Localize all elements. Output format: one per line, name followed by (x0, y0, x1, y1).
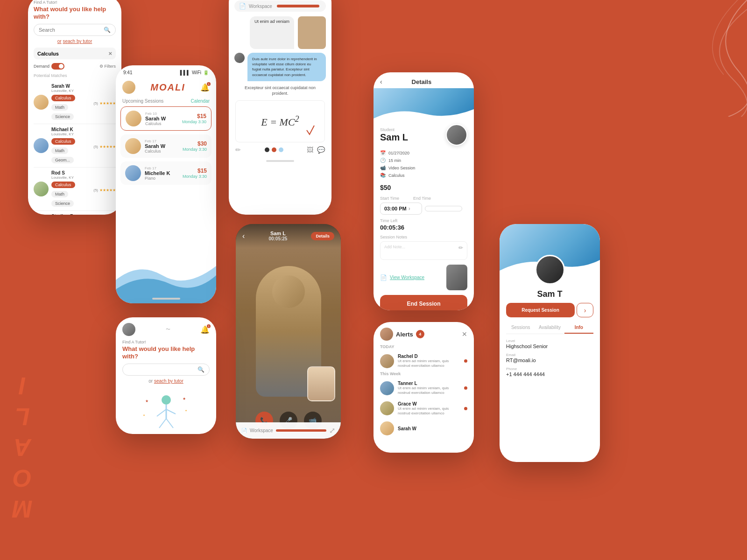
start-time-display[interactable]: 03:00 PM › (380, 203, 422, 215)
session-day-1: Monday 3:30 (182, 119, 206, 124)
pill-math: Math (51, 191, 68, 197)
bottom-indicator (229, 157, 331, 165)
email-label: Email (506, 353, 593, 357)
search-by-tutor-link[interactable]: seach by tutor (63, 39, 92, 44)
color-black[interactable] (265, 147, 269, 152)
color-red[interactable] (272, 147, 276, 152)
time-arrow-icon: › (409, 205, 410, 212)
tutor-item[interactable]: Rod S Louisville, KY CalculusMathScience… (34, 168, 116, 211)
expand-icon[interactable]: ⤢ (329, 426, 335, 435)
bell-container[interactable]: 🔔 1 (200, 325, 210, 334)
moali-logo: MOALI (150, 82, 185, 93)
session-name-1: Sarah W (145, 116, 178, 121)
back-button[interactable]: ‹ (242, 232, 245, 240)
search-input-bottom[interactable] (127, 367, 197, 372)
more-options-button[interactable]: › (577, 303, 593, 317)
home-indicator (266, 160, 294, 162)
pip-video-bg (308, 367, 334, 400)
session-card-3[interactable]: Feb 17 Michelle K Piano $15 Monday 3:30 (120, 161, 211, 185)
tab-info[interactable]: Info (564, 322, 593, 334)
workspace-bar-bottom[interactable]: 📄 Workspace ⤢ (236, 422, 341, 439)
tab-availability[interactable]: Availability (535, 322, 564, 334)
phone-label: Phone (506, 367, 593, 371)
tab-sessions[interactable]: Sessions (506, 322, 535, 334)
document-icon: 📄 (380, 274, 387, 281)
svg-text:✦: ✦ (185, 409, 187, 412)
tutor-avatar-sarah (34, 95, 49, 110)
sessions-header: Upcoming Sessions Calendar (116, 97, 216, 106)
tutor-rating-stars: (5)★★★★★ (93, 141, 116, 150)
detail-duration: 15 min (388, 158, 401, 163)
tutor-rating-stars: (5)★★★★★ (93, 185, 116, 193)
home-indicator (152, 298, 180, 300)
session-right-3: $15 Monday 3:30 (183, 168, 207, 179)
notification-bell-container[interactable]: 🔔 1 (200, 83, 210, 92)
pip-video (307, 366, 335, 401)
image-icon[interactable]: 🖼 (307, 146, 313, 154)
profile-tabs: Sessions Availability Info (506, 322, 593, 334)
blue-wave-header (374, 88, 474, 119)
color-blue[interactable] (279, 147, 283, 152)
alert-dot-rachel (464, 359, 467, 363)
calendar-link[interactable]: Calendar (190, 98, 210, 104)
tutor-info-sterling: Sterling F Louisville, KY CalculusMathSc… (51, 214, 91, 215)
toggle-switch[interactable] (51, 63, 64, 70)
session-info-1: Feb 10 Sarah W Calculus (145, 112, 178, 126)
student-avatar (446, 124, 467, 146)
doc-icon: 📄 (241, 428, 247, 433)
search-bar-bottom[interactable]: 🔍 (122, 364, 210, 376)
student-label: Student (380, 127, 408, 132)
what-help-heading: What would you like help with? (34, 6, 116, 20)
demand-toggle[interactable]: Demand (34, 63, 64, 70)
session-card-2[interactable]: Feb 17 Sarah W Calculus $30 Monday 3:30 (120, 134, 211, 158)
document-icon: 📄 (239, 3, 246, 9)
alert-item-rachel[interactable]: Rachel D Ut enim ad minim veniam, quis n… (374, 351, 474, 371)
svg-point-0 (162, 395, 171, 405)
search-by-tutor-link-bottom[interactable]: seach by tutor (154, 378, 183, 384)
request-session-button[interactable]: Request Session (506, 303, 575, 317)
potential-matches-label: Potential Matches (34, 73, 116, 78)
tutor-item[interactable]: Sarah W Louisville, KY CalculusMathScien… (34, 81, 116, 124)
end-time-label: End Time (413, 196, 431, 201)
whiteboard-area[interactable]: E = MC2 (235, 100, 325, 142)
calendar-icon: 📅 (380, 150, 386, 155)
tutor-item[interactable]: Michael K Louisville, KY CalculusMathGeo… (34, 124, 116, 168)
end-session-button[interactable]: End Session (380, 295, 467, 310)
view-workspace-link[interactable]: View Workspace (390, 275, 424, 280)
toggle-knob (59, 64, 63, 69)
details-pill-button[interactable]: Details (311, 232, 334, 240)
filters-button[interactable]: ⚙ Filters (99, 64, 116, 69)
video-person-info: Sam L 00:05:25 (268, 231, 287, 241)
session-card-1[interactable]: Feb 10 Sarah W Calculus $15 Monday 3:30 (120, 106, 211, 131)
alert-item-sarah[interactable]: Sarah W (374, 419, 474, 438)
notes-input[interactable]: Add Note... ✏ (380, 241, 467, 260)
session-subject-3: Piano (145, 176, 179, 181)
level-value: Highschool Senior (506, 343, 593, 349)
tutor-item[interactable]: Sterling F Louisville, KY CalculusMathSc… (34, 211, 116, 215)
svg-text:★: ★ (183, 397, 186, 401)
tool-icons: 🖼 💬 (307, 146, 325, 154)
msg-bubble-left: Duis aute irure dolor in reprehenderit i… (247, 53, 326, 81)
end-time-input[interactable] (425, 206, 462, 211)
alerts-avatar (380, 328, 393, 341)
student-section: Student Sam L (374, 124, 474, 150)
alert-item-grace[interactable]: Grace W Ut enim ad minim veniam, quis no… (374, 399, 474, 419)
close-chip-icon[interactable]: × (108, 50, 112, 57)
pill-science: Science (51, 113, 74, 120)
workspace-bar[interactable]: 📄 Workspace (234, 0, 326, 12)
session-avatar-1 (126, 111, 141, 126)
alert-item-tanner[interactable]: Tanner L Ut enim ad minim veniam, quis n… (374, 378, 474, 399)
alert-name-tanner: Tanner L (398, 381, 460, 386)
tutor-name: Michael K (51, 127, 91, 132)
svg-line-2 (157, 409, 166, 416)
color-picker[interactable] (265, 147, 283, 152)
svg-text:★: ★ (145, 399, 148, 403)
notes-label: Session Notes (380, 235, 467, 239)
edit-icon[interactable]: ✏ (235, 146, 241, 154)
search-input[interactable] (39, 27, 104, 33)
search-bar[interactable]: 🔍 (34, 24, 116, 36)
back-button[interactable]: ‹ (380, 78, 382, 85)
alerts-close-button[interactable]: ✕ (462, 330, 467, 338)
chat-icon[interactable]: 💬 (317, 146, 325, 154)
calculus-chip: Calculus × (34, 48, 116, 59)
